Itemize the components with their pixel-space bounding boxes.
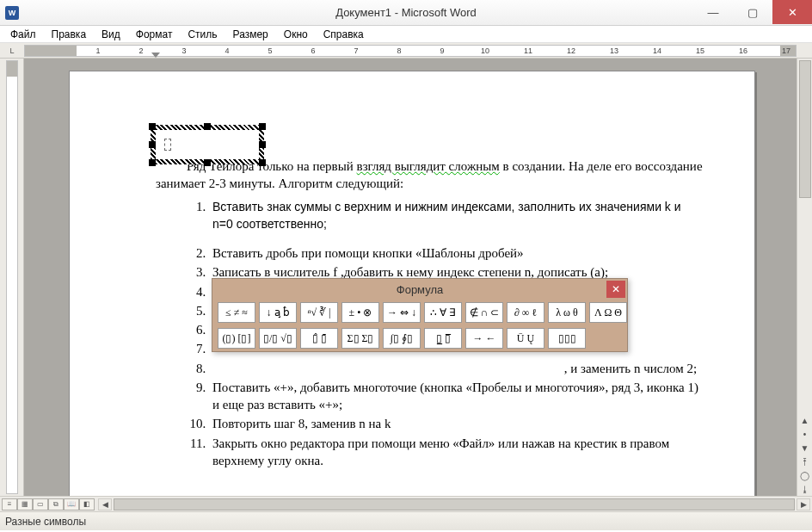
indent-marker[interactable] [151, 53, 160, 58]
set-theory-symbols-button[interactable]: ∉ ∩ ⊂ [465, 302, 503, 323]
ruler-numbers: 1234567891011121314151617 [77, 46, 808, 56]
step-11[interactable]: Закрыть окно редактора при помощи меню «… [209, 435, 703, 470]
view-buttons: ≡ ▦ ▭ ⧉ 📖 ◧ [0, 498, 96, 510]
status-text: Разные символы [5, 516, 86, 528]
arrow-symbols-button[interactable]: → ⇔ ↓ [383, 302, 421, 323]
scroll-up-icon[interactable]: ▲ [798, 413, 812, 427]
vertical-ruler[interactable] [0, 59, 24, 496]
formula-row-2: (▯) [▯] ▯/▯ √▯ ▯̂ ▯̄ Σ▯ Σ▯ ∫▯ ∮▯ ▯̲ ▯̅ →… [212, 325, 627, 351]
step-1[interactable]: Вставить знак суммы с верхним и нижним и… [209, 198, 703, 233]
menu-file[interactable]: Файл [3, 27, 43, 42]
greek-uppercase-button[interactable]: Λ Ω Θ [589, 302, 627, 323]
view-normal-icon[interactable]: ≡ [2, 498, 17, 510]
fence-templates-button[interactable]: (▯) [▯] [218, 328, 255, 349]
menu-format[interactable]: Формат [129, 27, 180, 42]
statusbar: Разные символы [0, 511, 812, 530]
window-title: Документ1 - Microsoft Word [0, 6, 812, 19]
ruler-track[interactable]: 1234567891011121314151617 [24, 45, 797, 57]
menu-style[interactable]: Стиль [181, 27, 224, 42]
scroll-thumb-v[interactable] [799, 60, 811, 198]
logical-symbols-button[interactable]: ∴ ∀ ∃ [424, 302, 462, 323]
operator-symbols-button[interactable]: ⁿ√ ∛ | [300, 302, 338, 323]
menu-edit[interactable]: Правка [45, 27, 94, 42]
menu-window[interactable]: Окно [277, 27, 315, 42]
formula-dialog-titlebar[interactable]: Формула ✕ [212, 279, 627, 300]
view-web-icon[interactable]: ▦ [17, 498, 33, 510]
word-app-icon: W [5, 6, 19, 20]
formula-dialog-close-button[interactable]: ✕ [606, 281, 625, 298]
workspace: Ряд Тейлора только на первый взгляд выгл… [0, 59, 812, 496]
equation-cursor-placeholder[interactable] [164, 139, 171, 151]
products-set-theory-templates-button[interactable]: Ū Ų [507, 328, 544, 349]
menu-size[interactable]: Размер [226, 27, 275, 42]
overbar-underbar-templates-button[interactable]: ▯̲ ▯̅ [424, 328, 462, 349]
scroll-down-icon[interactable]: ▼ [798, 441, 812, 455]
formula-dialog-title: Формула [397, 283, 443, 296]
embellishments-button[interactable]: ↓ a̧ b̂ [259, 302, 297, 323]
labeled-arrow-templates-button[interactable]: → ← [465, 328, 503, 349]
view-print-icon[interactable]: ▭ [33, 498, 48, 510]
next-page-icon[interactable]: ⭳ [798, 482, 812, 496]
maximize-button[interactable]: ▢ [733, 0, 772, 24]
subscript-superscript-templates-button[interactable]: ▯̂ ▯̄ [300, 328, 338, 349]
ruler-left-margin[interactable] [25, 46, 77, 56]
scroll-right-icon[interactable]: ▶ [797, 498, 810, 510]
step-8[interactable]: , и заменить n числом 2; [209, 360, 703, 377]
vertical-scrollbar[interactable]: ▲ • ▼ ⭱ ◯ ⭳ [797, 59, 812, 496]
step-10[interactable]: Повторить шаг 8, заменив n на k [209, 415, 703, 432]
greek-lowercase-button[interactable]: λ ω θ [548, 302, 586, 323]
prev-page-icon[interactable]: ⭱ [798, 455, 812, 468]
view-reading-icon[interactable]: 📖 [64, 498, 79, 510]
relational-symbols-button[interactable]: ≤ ≠ ≈ [218, 302, 255, 323]
fraction-radical-templates-button[interactable]: ▯/▯ √▯ [259, 328, 297, 349]
matrix-templates-button[interactable]: ▯▯▯ [548, 328, 586, 349]
minimize-button[interactable]: — [693, 0, 733, 24]
horizontal-scrollbar-row: ≡ ▦ ▭ ⧉ 📖 ◧ ◀ ▶ [0, 496, 812, 511]
menu-view[interactable]: Вид [95, 27, 127, 42]
menubar: Файл Правка Вид Формат Стиль Размер Окно… [0, 26, 812, 43]
page-area: Ряд Тейлора только на первый взгляд выгл… [24, 59, 797, 496]
browse-object-icon[interactable]: ◯ [798, 468, 812, 482]
summation-templates-button[interactable]: Σ▯ Σ▯ [341, 328, 379, 349]
step-2[interactable]: Вставить дробь при помощи кнопки «Шаблон… [209, 244, 703, 262]
window-controls: — ▢ ✕ [693, 0, 812, 24]
misc-symbols-button[interactable]: ∂ ∞ ℓ [507, 302, 544, 323]
close-button[interactable]: ✕ [772, 0, 812, 24]
menu-help[interactable]: Справка [317, 27, 371, 42]
equation-inner[interactable] [161, 135, 254, 154]
ruler-top-margin[interactable] [7, 61, 17, 77]
formula-dialog[interactable]: Формула ✕ ≤ ≠ ≈ ↓ a̧ b̂ ⁿ√ ∛ | ± • ⊗ → ⇔… [212, 278, 628, 352]
formula-row-1: ≤ ≠ ≈ ↓ a̧ b̂ ⁿ√ ∛ | ± • ⊗ → ⇔ ↓ ∴ ∀ ∃ ∉… [212, 300, 627, 325]
view-outline-icon[interactable]: ⧉ [48, 498, 64, 510]
intro-text-wave: взгляд выглядит сложным [357, 159, 500, 173]
horizontal-scroll-track[interactable]: ◀ ▶ [98, 498, 810, 510]
equation-object-selected[interactable] [156, 130, 259, 159]
scroll-thumb-h[interactable] [114, 498, 795, 510]
scroll-dot-icon[interactable]: • [798, 427, 812, 441]
step-9[interactable]: Поставить «+», добавить многоточие (кноп… [209, 379, 703, 414]
ruler-corner: L [0, 43, 24, 59]
titlebar: W Документ1 - Microsoft Word — ▢ ✕ [0, 0, 812, 26]
horizontal-ruler[interactable]: L 1234567891011121314151617 [0, 43, 812, 59]
integral-templates-button[interactable]: ∫▯ ∮▯ [383, 328, 421, 349]
scroll-left-icon[interactable]: ◀ [98, 498, 112, 510]
view-draft-icon[interactable]: ◧ [79, 498, 95, 510]
arithmetic-symbols-button[interactable]: ± • ⊗ [341, 302, 379, 323]
